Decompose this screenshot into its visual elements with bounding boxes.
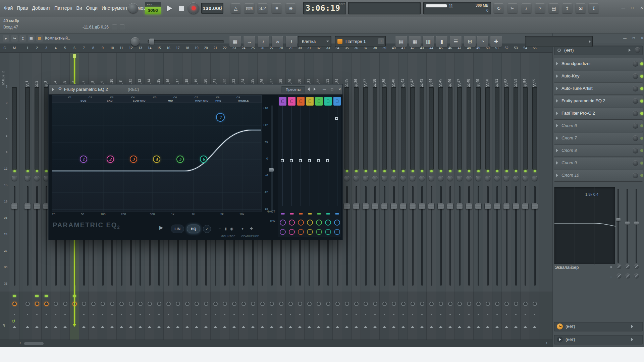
channel-43-fader-track[interactable] [421, 186, 423, 286]
channel-48-fader-handle[interactable] [466, 203, 472, 209]
channel-53-fader-track[interactable] [515, 186, 517, 286]
step-grid-icon[interactable]: ▦ [229, 36, 241, 47]
color-grid-icon[interactable]: ▩ [36, 35, 43, 42]
band-level-track-1[interactable] [282, 106, 283, 206]
effect-enable-led[interactable] [640, 162, 643, 165]
channel-37-arm-button[interactable] [364, 302, 368, 306]
band-tab-4[interactable] [306, 97, 314, 106]
mixer-header-channel-14[interactable]: 14 [145, 44, 154, 53]
message-icon[interactable]: ✉ [576, 3, 586, 13]
channel-15-route-arrow[interactable] [157, 326, 161, 328]
route-back-icon[interactable]: ↰ [2, 323, 5, 328]
save-icon[interactable]: ▤ [549, 3, 559, 13]
mixer-header-channel-1[interactable]: 1 [23, 44, 32, 53]
band-width-knob-7[interactable] [334, 229, 340, 235]
channel-41-fader-handle[interactable] [400, 203, 407, 209]
piano-roll-icon[interactable]: ▦ [409, 36, 421, 47]
channel-40-pan-knob[interactable] [391, 176, 396, 181]
channel-39-arm-button[interactable] [382, 302, 387, 306]
channel-52-arm-button[interactable] [504, 302, 509, 306]
channel-39-pan-knob[interactable] [382, 176, 387, 181]
channel-46-arm-button[interactable] [448, 302, 452, 306]
channel-49-fader-handle[interactable] [475, 203, 482, 209]
mixer-close-button[interactable]: ✕ [639, 35, 644, 41]
effect-mix-knob[interactable] [633, 173, 638, 178]
channel-38-fader-track[interactable] [374, 186, 376, 286]
effect-slot-2[interactable]: Auto-Key [554, 71, 643, 82]
channel-48-arm-button[interactable] [467, 302, 471, 306]
channel-38-route-arrow[interactable] [373, 326, 377, 328]
mixer-header-channel-19[interactable]: 19 [192, 44, 201, 53]
channel-25-arm-button[interactable] [251, 302, 255, 306]
channel-6-select-handle[interactable] [73, 54, 76, 58]
channel-1-fader-handle[interactable] [24, 203, 31, 209]
rack-input-slot[interactable]: (нет) [554, 46, 643, 55]
eq-column-C1[interactable]: C1 [68, 96, 71, 99]
channel-7-route-arrow[interactable] [82, 326, 86, 328]
channel-55-pan-knob[interactable] [532, 176, 537, 181]
mixer-header-channel-10[interactable]: 10 [107, 44, 117, 53]
channel-36-pan-knob[interactable] [354, 176, 359, 181]
scroll-left-icon[interactable]: ‹ [19, 341, 21, 345]
effect-slot-4[interactable]: Fruity parametric EQ 2 [554, 96, 643, 107]
channel-18-arm-button[interactable] [185, 302, 190, 306]
metronome-icon[interactable]: △ [231, 3, 241, 13]
channel-55-enable-led[interactable] [534, 170, 536, 172]
band-freq-knob-7[interactable] [334, 220, 340, 226]
channel-42-enable-led[interactable] [412, 170, 414, 172]
channel-2-fader-handle[interactable] [34, 203, 40, 209]
effect-mix-knob[interactable] [633, 61, 638, 67]
eq-band-handle-4[interactable]: 4 [153, 156, 160, 163]
channel-15-arm-button[interactable] [157, 302, 161, 306]
mixer-header-channel-21[interactable]: 21 [211, 44, 220, 53]
channel-46-fader-track[interactable] [449, 186, 451, 286]
menu-item-6[interactable]: Опци [86, 5, 98, 11]
channel-53-pan-knob[interactable] [513, 176, 519, 181]
channel-51-arm-button[interactable] [495, 302, 499, 306]
eq-band-handle-1[interactable]: 1 [80, 156, 87, 163]
time-display[interactable]: 3:06:19 B:S:T [303, 2, 346, 14]
channel-48-fader-track[interactable] [468, 186, 470, 286]
typing-keyboard-icon[interactable]: ⌨ [244, 3, 254, 13]
channel-35-route-arrow[interactable] [345, 326, 348, 328]
linear-phase-button[interactable]: LIN [171, 225, 184, 233]
eq-freq-knob-3[interactable] [634, 264, 639, 269]
eq-width-knob-1[interactable] [616, 274, 622, 279]
channel-47-fader-track[interactable] [459, 186, 461, 286]
tempo-up-icon[interactable]: ▲ [220, 5, 222, 7]
channel-8-route-arrow[interactable] [92, 326, 95, 328]
channel-32-route-arrow[interactable] [317, 326, 320, 328]
menu-item-3[interactable]: Добавит [32, 5, 50, 11]
channel-17-arm-button[interactable] [176, 302, 180, 306]
channel-36-fader-track[interactable] [356, 186, 357, 286]
effect-enable-led[interactable] [640, 100, 643, 103]
mixer-header-channel-5[interactable]: 5 [60, 44, 70, 53]
mixer-header-channel-8[interactable]: 8 [89, 44, 98, 53]
channel-44-arm-button[interactable] [429, 302, 434, 306]
channel-16-route-arrow[interactable] [167, 326, 170, 328]
chevron-right-icon[interactable] [556, 149, 558, 152]
stereo-icon[interactable]: ▮ [225, 227, 227, 231]
channel-20-route-arrow[interactable] [204, 326, 208, 328]
band-freq-knob-4[interactable] [307, 220, 313, 226]
eq-maximize-button[interactable]: □ [329, 86, 335, 93]
channel-44-enable-led[interactable] [430, 170, 433, 172]
effect-slot-5[interactable]: FabFilter Pro-C 2 [554, 108, 643, 119]
channel-49-route-arrow[interactable] [477, 326, 480, 328]
menu-item-7[interactable]: Инструмент [102, 5, 127, 11]
eq-titlebar[interactable]: ⚙ Fruity parametric EQ 2 (REC) Пресеты —… [49, 84, 342, 95]
channel-40-fader-handle[interactable] [390, 203, 397, 209]
mixer-header-channel-52[interactable]: 52 [502, 44, 511, 53]
multitouch-icon[interactable]: ✚ [490, 36, 502, 47]
mixer-header-channel-17[interactable]: 17 [173, 44, 182, 53]
eq-column-C7[interactable]: C7 [195, 96, 198, 99]
channel-55-route-arrow[interactable] [533, 326, 536, 328]
shuffle-slider-handle[interactable] [149, 39, 154, 45]
channel-50-fader-handle[interactable] [484, 203, 491, 209]
band-width-knob-2[interactable] [289, 229, 295, 235]
channel-37-enable-led[interactable] [365, 170, 367, 172]
song-mode-button[interactable]: SONG [145, 7, 161, 14]
channel-35-pan-knob[interactable] [344, 176, 350, 181]
band-level-track-5[interactable] [319, 106, 319, 206]
channel-4-arm-button[interactable] [54, 302, 58, 306]
